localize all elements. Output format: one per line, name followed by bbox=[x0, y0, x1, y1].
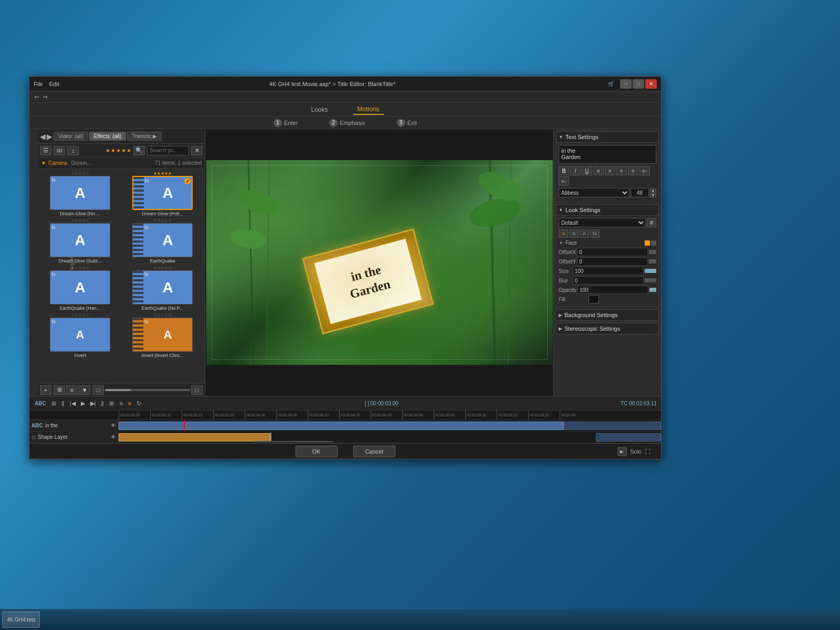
font-size-up-button[interactable]: A↑ bbox=[639, 166, 650, 175]
view-options-btn[interactable]: ▼ bbox=[79, 385, 90, 395]
tl-next-frame[interactable]: ▶| bbox=[89, 400, 97, 407]
tl-color[interactable]: ≡ bbox=[127, 400, 132, 406]
search-icon-btn[interactable]: 🔍 bbox=[133, 146, 145, 155]
background-settings-header[interactable]: ▶ Background Settings bbox=[556, 309, 659, 321]
tl-rewind[interactable]: ⟪ bbox=[60, 400, 66, 407]
list-item[interactable]: ☆☆☆☆☆ fx A Dream Glow (Subt... bbox=[40, 218, 120, 264]
font-size-input[interactable]: 48 bbox=[631, 188, 649, 197]
effect-thumb-4[interactable]: fx A bbox=[132, 223, 193, 257]
effect-thumb-6[interactable]: fx A bbox=[132, 270, 193, 304]
align-right-button[interactable]: ≡ bbox=[616, 166, 627, 175]
zoom-in-btn[interactable]: □ bbox=[191, 385, 203, 395]
list-item[interactable]: ☆☆☆☆☆ fx A EarthQuake (No P... bbox=[122, 266, 203, 311]
solo-label[interactable]: Solo bbox=[630, 448, 642, 455]
align-left-button[interactable]: ≡ bbox=[593, 166, 604, 175]
effect-thumb-3[interactable]: fx A bbox=[50, 223, 110, 257]
prop-opacity-input[interactable]: 100 bbox=[578, 286, 648, 294]
zoom-out-btn[interactable]: □ bbox=[92, 385, 104, 395]
list-view-btn[interactable]: ≡ bbox=[66, 385, 78, 395]
align-justify-button[interactable]: ≡ bbox=[628, 166, 638, 175]
grid-view-btn[interactable]: ⊞ bbox=[54, 385, 65, 395]
ok-button[interactable]: OK bbox=[296, 446, 338, 457]
stereoscopic-settings-header[interactable]: ▶ Stereoscopic Settings bbox=[556, 323, 659, 334]
redo-button[interactable]: ↪ bbox=[42, 94, 48, 100]
color-mode-btn-1[interactable]: A bbox=[559, 229, 568, 238]
menu-file[interactable]: File bbox=[34, 81, 43, 87]
cart-button[interactable]: 🛒 bbox=[605, 79, 617, 89]
color-mode-btn-3[interactable]: A bbox=[580, 229, 589, 238]
text-preview-box[interactable]: in the Garden bbox=[559, 145, 656, 164]
panel-nav-next[interactable]: ▶ bbox=[47, 132, 52, 141]
color-mode-btn-2[interactable]: A bbox=[569, 229, 579, 238]
step-emphasis[interactable]: 2 Emphasis bbox=[329, 119, 365, 127]
prop-offsetx-input[interactable]: 0 bbox=[577, 248, 648, 256]
tab-video-all[interactable]: Video: (all) bbox=[54, 132, 88, 141]
tab-looks[interactable]: Looks bbox=[307, 105, 332, 114]
track-shape-content[interactable]: Enter Motion: 11 - Letters Turn bbox=[119, 432, 661, 443]
panel-nav-prev[interactable]: ◀ bbox=[40, 132, 46, 141]
italic-button[interactable]: I bbox=[570, 166, 581, 175]
list-item[interactable]: ☆☆☆☆☆ fx A Invert (Invert Chro... bbox=[122, 313, 203, 358]
list-item[interactable]: ☆☆☆☆☆ fx A EarthQuake bbox=[122, 218, 203, 264]
look-settings-header[interactable]: ▼ Look Settings bbox=[556, 204, 659, 216]
tl-play[interactable]: ▶ bbox=[80, 400, 86, 407]
list-item[interactable]: ☆☆☆☆☆ fx A Invert bbox=[40, 313, 120, 358]
prop-size-bar[interactable] bbox=[645, 269, 656, 273]
star-4[interactable]: ★ bbox=[121, 148, 126, 153]
minimize-button[interactable]: ─ bbox=[620, 79, 632, 89]
effect-thumb-8[interactable]: fx A bbox=[132, 318, 193, 352]
zoom-slider[interactable] bbox=[105, 389, 190, 391]
effect-thumb-2[interactable]: fx ✓ A bbox=[132, 176, 193, 210]
prop-blur-bar[interactable] bbox=[645, 278, 656, 282]
prop-offsety-input[interactable]: 0 bbox=[577, 257, 648, 266]
undo-button[interactable]: ↩ bbox=[34, 94, 40, 100]
look-options-btn[interactable]: ⊞ bbox=[647, 218, 656, 227]
star-2[interactable]: ★ bbox=[111, 148, 116, 153]
track-shape-visibility[interactable]: 👁 bbox=[111, 434, 116, 440]
prop-offsety-bar[interactable] bbox=[649, 259, 656, 264]
effect-thumb-5[interactable]: fx A bbox=[50, 270, 110, 304]
track-text-content[interactable] bbox=[119, 420, 661, 431]
star-5[interactable]: ★ bbox=[127, 148, 131, 153]
list-item[interactable]: ★★★★★ fx ✓ A Dream Glow (Polt... bbox=[122, 171, 203, 216]
step-enter[interactable]: 1 Enter bbox=[274, 119, 298, 127]
sort-btn[interactable]: ↕ bbox=[67, 146, 79, 155]
tl-copy[interactable]: ⊞ bbox=[108, 400, 115, 407]
add-btn[interactable]: + bbox=[40, 385, 51, 395]
font-size-down[interactable]: ▼ bbox=[650, 193, 656, 197]
tl-fast-fwd[interactable]: ⟫ bbox=[100, 400, 105, 407]
font-select[interactable]: Abbess bbox=[559, 188, 629, 197]
bold-button[interactable]: B bbox=[559, 166, 569, 175]
taskbar-item[interactable]: 4K GH4 test bbox=[2, 611, 40, 628]
prop-offsetx-bar[interactable] bbox=[649, 250, 656, 254]
menu-edit[interactable]: Edit bbox=[49, 81, 59, 87]
track-visibility-btn[interactable]: 👁 bbox=[111, 423, 116, 428]
star-3[interactable]: ★ bbox=[116, 148, 121, 153]
font-size-down-button[interactable]: A↓ bbox=[559, 176, 569, 186]
tl-paste[interactable]: ≡ bbox=[118, 400, 123, 406]
prop-size-input[interactable]: 100 bbox=[573, 267, 644, 275]
close-search-btn[interactable]: ✕ bbox=[191, 146, 203, 155]
list-item[interactable]: ☆☆☆☆☆ fx A EarthQuake (Han... bbox=[40, 266, 120, 311]
prop-opacity-bar[interactable] bbox=[649, 288, 656, 292]
font-size-up[interactable]: ▲ bbox=[650, 188, 656, 193]
maximize-button[interactable]: □ bbox=[633, 79, 644, 89]
expand-icon[interactable]: ⛶ bbox=[645, 448, 650, 455]
color-mode-btn-4[interactable]: fx bbox=[590, 229, 600, 238]
tl-tool-1[interactable]: ⊞ bbox=[50, 400, 57, 407]
cancel-button[interactable]: Cancel bbox=[353, 446, 395, 457]
fill-color-swatch[interactable] bbox=[589, 295, 599, 303]
effect-thumb-1[interactable]: fx A bbox=[50, 176, 110, 210]
view-list-btn[interactable]: ☰ bbox=[40, 146, 51, 155]
look-select[interactable]: Default bbox=[559, 218, 646, 227]
list-item[interactable]: ☆☆☆☆☆ fx A Dream Glow (No ... bbox=[40, 171, 120, 216]
close-button[interactable]: ✕ bbox=[645, 79, 657, 89]
prop-blur-input[interactable]: 0 bbox=[573, 276, 644, 285]
star-1[interactable]: ★ bbox=[106, 148, 110, 153]
tl-loop-in[interactable]: ↻ bbox=[135, 400, 142, 407]
tl-prev-frame[interactable]: |◀ bbox=[69, 400, 77, 407]
align-center-button[interactable]: ≡ bbox=[605, 166, 615, 175]
effect-thumb-7[interactable]: fx A bbox=[50, 318, 110, 352]
underline-button[interactable]: U bbox=[582, 166, 592, 175]
tab-motions[interactable]: Motions bbox=[353, 104, 384, 115]
